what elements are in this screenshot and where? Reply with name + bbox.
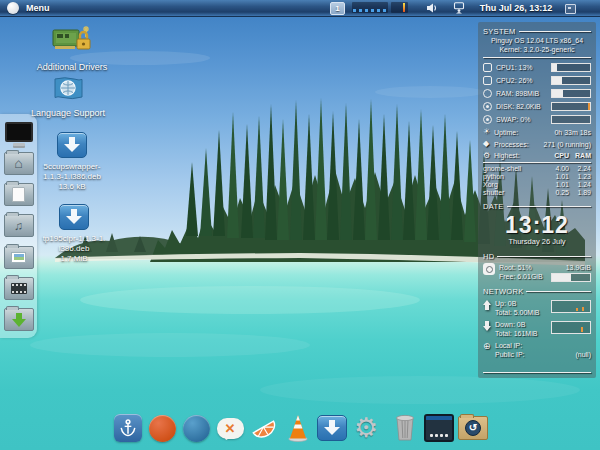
swap-icon — [483, 115, 492, 124]
backup-folder-icon: ↺ — [458, 416, 488, 440]
bottom-dock: ✕ ⚙ — [113, 412, 381, 444]
highest-header: ⚙ Highest: CPU RAM — [483, 150, 591, 161]
ram-icon — [483, 89, 492, 98]
deb-download-icon — [57, 132, 87, 158]
display-settings-icon[interactable] — [453, 2, 465, 14]
file-name-line1: tp195clpr-1.1.3-1. — [22, 234, 126, 244]
dock-item-window-list[interactable] — [424, 412, 454, 444]
speech-bubble-x-icon: ✕ — [217, 418, 244, 439]
dock-item-pictures[interactable] — [4, 243, 34, 271]
network-header: NETWORK — [483, 286, 591, 296]
anchor-icon — [114, 414, 142, 442]
dock-item-orange-app[interactable] — [147, 412, 177, 444]
system-monitor-widget: SYSTEM Pinguy OS 12.04 LTS x86_64 Kernel… — [478, 22, 596, 378]
hd-header: HD — [483, 251, 591, 261]
disk-drive-icon — [483, 263, 495, 275]
dock-item-vlc[interactable] — [283, 412, 313, 444]
net-down-row: Down: 0B Total: 161MiB — [483, 320, 591, 338]
shortcut-additional-drivers[interactable]: Additional Drivers — [26, 26, 118, 72]
driver-card-lock-icon — [50, 26, 94, 56]
deb-download-icon — [59, 204, 89, 230]
notification-area-icon[interactable] — [565, 4, 576, 14]
dock-item-downloads[interactable] — [4, 306, 34, 334]
swap-meter: SWAP: 0% — [483, 113, 591, 126]
clock-date: Thursday 26 July — [483, 237, 591, 247]
cpu-graph-applet[interactable] — [352, 2, 388, 13]
globe-icon: ⊕ — [483, 341, 495, 359]
file-size: 1.7 MiB — [22, 254, 126, 264]
menu-button[interactable]: Menu — [26, 0, 50, 16]
process-row: Xorg 1.01 1.24 — [483, 181, 591, 189]
dock-item-clementine[interactable] — [249, 412, 279, 444]
downloads-folder-icon — [4, 308, 34, 331]
cpu-icon — [483, 63, 492, 72]
vlc-cone-icon — [284, 413, 312, 443]
disk-icon — [483, 102, 492, 111]
shortcut-language-support[interactable]: Language Support — [22, 76, 114, 118]
orange-circle-icon — [149, 415, 176, 442]
dock-item-computer[interactable] — [4, 118, 34, 146]
date-header: DATE — [483, 201, 591, 211]
volume-icon[interactable] — [426, 2, 438, 14]
orange-slice-icon — [250, 414, 278, 442]
processes-icon: ◆ — [483, 140, 494, 148]
top-panel: Menu 1 Thu Jul 26, 13:12 — [0, 0, 600, 17]
file-name-line2: i386.deb — [22, 244, 126, 254]
uptime-row: ☀ Uptime: 0h 33m 18s — [483, 126, 591, 138]
computer-icon — [5, 122, 33, 142]
dock-item-videos[interactable] — [4, 275, 34, 303]
kernel-version: Kernel: 3.2.0-25-generic — [483, 45, 591, 54]
videos-folder-icon — [4, 277, 34, 300]
file-lpr-deb[interactable]: tp195clpr-1.1.3-1. i386.deb 1.7 MiB — [22, 204, 126, 264]
music-folder-icon: ♫ — [4, 214, 34, 237]
distro-logo-icon[interactable] — [7, 2, 19, 14]
dock-item-documents[interactable] — [4, 181, 34, 209]
os-name: Pinguy OS 12.04 LTS x86_64 — [483, 36, 591, 45]
process-row: python 1.01 1.23 — [483, 173, 591, 181]
upload-graph — [551, 300, 591, 313]
pictures-folder-icon — [4, 246, 34, 269]
dock-item-home[interactable]: ⌂ — [4, 149, 34, 177]
desktop: Additional Drivers Language Support 5ccu… — [0, 0, 600, 450]
dock-item-music[interactable]: ♫ — [4, 212, 34, 240]
download-arrow-icon — [483, 321, 491, 331]
disk-meter: DISK: 82.0KiB — [483, 100, 591, 113]
panel-clock[interactable]: Thu Jul 26, 13:12 — [474, 0, 558, 16]
net-up-row: Up: 0B Total: 5.00MiB — [483, 299, 591, 317]
download-graph — [551, 321, 591, 334]
shortcut-label: Additional Drivers — [26, 62, 118, 72]
cpu2-meter: CPU2: 26% — [483, 74, 591, 87]
documents-folder-icon — [4, 183, 34, 206]
gear-icon: ⚙ — [354, 415, 378, 442]
dock-item-docky-anchor[interactable] — [113, 412, 143, 444]
home-folder-icon: ⌂ — [4, 152, 34, 175]
language-flag-icon — [48, 76, 88, 102]
workspace-switcher[interactable]: 1 — [330, 2, 345, 15]
upload-arrow-icon — [483, 300, 491, 310]
network-graph-applet[interactable] — [391, 2, 408, 13]
clock-rewind-icon: ↺ — [465, 420, 481, 436]
dock-item-blue-app[interactable] — [181, 412, 211, 444]
shortcut-label: Language Support — [22, 108, 114, 118]
dock-item-downloads[interactable] — [317, 412, 347, 444]
system-header: SYSTEM — [483, 26, 591, 36]
net-ip-row: ⊕ Local IP: Public IP:(null) — [483, 341, 591, 359]
ram-meter: RAM: 898MiB — [483, 87, 591, 100]
processes-row: ◆ Processes: 271 (0 running) — [483, 138, 591, 150]
cpu1-meter: CPU1: 13% — [483, 61, 591, 74]
hd-root-row: Root: 51%13.9GiB Free: 6.01GiB — [483, 263, 591, 281]
blue-circle-icon — [183, 415, 210, 442]
uptime-icon: ☀ — [483, 128, 494, 136]
dock-item-messenger[interactable]: ✕ — [215, 412, 245, 444]
dock-item-backup[interactable]: ↺ — [458, 412, 488, 444]
trash-icon — [393, 413, 417, 443]
dock-item-settings[interactable]: ⚙ — [351, 412, 381, 444]
cpu-icon — [483, 76, 492, 85]
process-row: gnome-shell 4.00 2.24 — [483, 165, 591, 173]
clock-time: 13:12 — [483, 213, 591, 237]
bottom-dock-right: ↺ — [390, 412, 488, 444]
download-arrow-icon — [317, 415, 347, 441]
dock-item-trash[interactable] — [390, 412, 420, 444]
process-row: shutter 0.25 1.89 — [483, 189, 591, 197]
window-list-icon — [424, 414, 454, 442]
